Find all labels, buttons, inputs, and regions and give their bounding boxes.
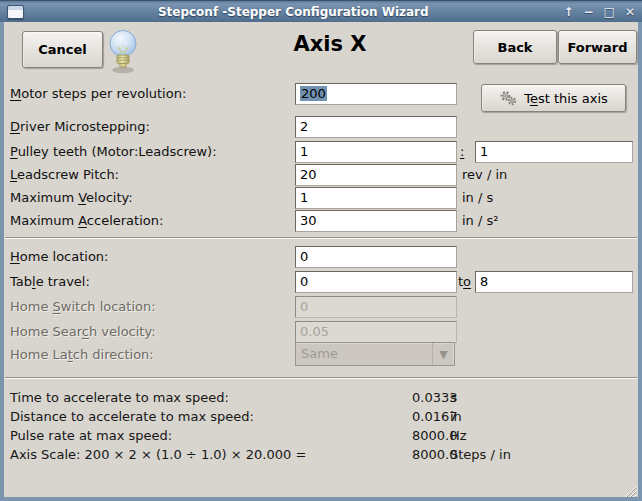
pulley-motor-teeth-input[interactable]: 1: [295, 141, 457, 163]
time-to-accelerate-label: Time to accelerate to max speed:: [10, 390, 229, 405]
microstepping-input[interactable]: 2: [295, 116, 457, 138]
maximize-icon[interactable]: □: [604, 2, 615, 22]
cancel-button[interactable]: Cancel: [22, 31, 103, 68]
leadscrew-pitch-row: Leadscrew Pitch: 20 rev / in: [0, 164, 642, 188]
forward-button[interactable]: Forward: [558, 30, 637, 64]
titlebar[interactable]: Stepconf -Stepper Configuration Wizard ↑…: [0, 0, 642, 22]
home-location-label: Home location:: [10, 249, 109, 264]
pulse-rate-label: Pulse rate at max speed:: [10, 428, 172, 443]
max-acceleration-label: Maximum Acceleration:: [10, 213, 163, 228]
axis-scale-label: Axis Scale: 200 × 2 × (1.0 ÷ 1.0) × 20.0…: [10, 447, 306, 462]
pulse-rate-unit: Hz: [450, 428, 467, 443]
page-title: Axis X: [230, 32, 430, 56]
back-button[interactable]: Back: [473, 30, 557, 64]
max-velocity-input[interactable]: 1: [295, 187, 457, 209]
leadscrew-pitch-unit: rev / in: [462, 167, 507, 182]
minimize-icon[interactable]: −: [584, 2, 594, 22]
distance-to-accelerate-label: Distance to accelerate to max speed:: [10, 409, 254, 424]
pulley-teeth-label: Pulley teeth (Motor:Leadscrew):: [10, 144, 217, 159]
window-controls: ↑ − □ ✕: [563, 2, 635, 22]
max-velocity-unit: in / s: [462, 190, 493, 205]
motor-steps-label: Motor steps per revolution:: [10, 86, 186, 101]
table-travel-row: Table travel: 0 to 8: [0, 271, 642, 295]
window-icon: [7, 5, 24, 19]
home-location-row: Home location: 0: [0, 246, 642, 270]
max-velocity-label: Maximum Velocity:: [10, 190, 133, 205]
max-acceleration-row: Maximum Acceleration: 30 in / s²: [0, 210, 642, 234]
resize-grip[interactable]: [623, 482, 636, 495]
pulley-teeth-row: Pulley teeth (Motor:Leadscrew): 1 : 1: [0, 141, 642, 165]
table-travel-label: Table travel:: [10, 274, 90, 289]
stepconf-window: Stepconf -Stepper Configuration Wizard ↑…: [0, 0, 642, 501]
home-latch-row: Home Latch direction: Same ▼: [0, 342, 642, 368]
home-switch-label: Home Switch location:: [10, 299, 156, 314]
distance-to-accelerate-unit: in: [450, 409, 462, 424]
close-icon[interactable]: ✕: [625, 2, 635, 22]
combo-value: Same: [296, 343, 432, 365]
window-frame-bottom: [0, 497, 642, 501]
ratio-colon-label: :: [460, 144, 464, 159]
axis-scale-unit: Steps / in: [450, 447, 511, 462]
home-switch-row: Home Switch location: 0: [0, 296, 642, 320]
home-location-input[interactable]: 0: [295, 246, 457, 268]
table-travel-min-input[interactable]: 0: [295, 271, 457, 293]
microstepping-row: Driver Microstepping: 2: [0, 116, 642, 140]
leadscrew-pitch-label: Leadscrew Pitch:: [10, 167, 119, 182]
motor-steps-input[interactable]: 200: [295, 83, 457, 105]
window-title: Stepconf -Stepper Configuration Wizard: [29, 5, 557, 19]
test-this-axis-label: Test this axis: [524, 91, 608, 106]
result-row: Time to accelerate to max speed: 0.0333 …: [0, 390, 642, 408]
table-travel-max-input[interactable]: 8: [475, 271, 633, 293]
chevron-down-icon: ▼: [439, 349, 447, 360]
result-row: Pulse rate at max speed: 8000.0 Hz: [0, 428, 642, 446]
bulb-icon: [104, 28, 142, 78]
time-to-accelerate-unit: s: [450, 390, 457, 405]
combo-dropdown: ▼: [432, 343, 454, 365]
max-acceleration-input[interactable]: 30: [295, 210, 457, 232]
home-latch-label: Home Latch direction:: [10, 347, 154, 362]
home-search-label: Home Search velocity:: [10, 324, 156, 339]
max-velocity-row: Maximum Velocity: 1 in / s: [0, 187, 642, 211]
microstepping-label: Driver Microstepping:: [10, 119, 150, 134]
gears-icon: [499, 90, 518, 107]
result-row: Axis Scale: 200 × 2 × (1.0 ÷ 1.0) × 20.0…: [0, 447, 642, 465]
shade-icon[interactable]: ↑: [563, 2, 573, 22]
pulley-leadscrew-teeth-input[interactable]: 1: [475, 141, 633, 163]
home-latch-direction-select: Same ▼: [295, 342, 455, 366]
max-acceleration-unit: in / s²: [462, 213, 498, 228]
result-row: Distance to accelerate to max speed: 0.0…: [0, 409, 642, 427]
home-switch-location-input: 0: [295, 296, 457, 318]
leadscrew-pitch-input[interactable]: 20: [295, 164, 457, 186]
test-this-axis-button[interactable]: Test this axis: [481, 84, 626, 112]
table-travel-to-label: to: [458, 274, 471, 289]
home-search-velocity-input: 0.05: [295, 321, 457, 343]
separator: [5, 237, 637, 239]
separator: [5, 377, 637, 379]
